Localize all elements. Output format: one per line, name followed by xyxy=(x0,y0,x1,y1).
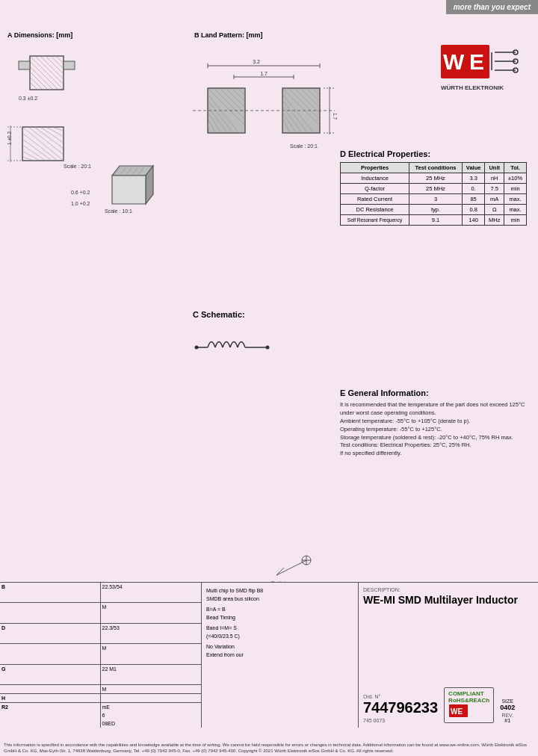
svg-line-97 xyxy=(276,560,306,575)
svg-text:Scale : 10:1: Scale : 10:1 xyxy=(105,208,132,214)
svg-line-19 xyxy=(30,66,53,90)
svg-text:1 ±0.2: 1 ±0.2 xyxy=(7,131,12,145)
rohs-compliant-badge: COMPLIANT RoHS&REACh WE xyxy=(444,687,494,723)
svg-line-14 xyxy=(40,56,64,79)
svg-line-98 xyxy=(276,568,284,575)
we-small-logo: WE xyxy=(448,704,478,719)
svg-text:3.2: 3.2 xyxy=(253,59,260,64)
revision-label: REV. xyxy=(500,713,515,718)
svg-line-31 xyxy=(46,127,64,137)
electrical-properties-table: Properties Test conditions Value Unit To… xyxy=(340,162,527,226)
svg-text:Scale : 20:1: Scale : 20:1 xyxy=(64,164,91,169)
col-value: Value xyxy=(462,163,484,173)
section-d-title: D Electrical Properties: xyxy=(340,149,527,158)
svg-point-95 xyxy=(195,346,199,350)
description-label: DESCRIPTION: xyxy=(363,587,534,592)
schematic-symbol xyxy=(193,325,327,370)
svg-point-96 xyxy=(266,346,270,350)
svg-line-13 xyxy=(35,56,64,84)
col-properties: Properties xyxy=(341,163,409,173)
bottom-notes: Multi chip to SMD flip B8 SMDB area bus … xyxy=(202,583,359,728)
section-a-title: A Dimensions: [mm] xyxy=(7,31,72,39)
svg-line-27 xyxy=(22,127,64,161)
header-tagline: more than you expect xyxy=(446,0,538,14)
svg-line-29 xyxy=(34,127,64,149)
part-number: 744796233 xyxy=(363,699,438,716)
svg-text:1.0 +0.2: 1.0 +0.2 xyxy=(71,201,90,206)
col-unit: Unit xyxy=(485,163,504,173)
section-e: E General Information: It is recommended… xyxy=(340,388,527,458)
svg-line-34 xyxy=(22,139,52,161)
size-label: SIZE xyxy=(500,698,515,704)
col-test-conditions: Test conditions xyxy=(409,163,463,173)
svg-line-28 xyxy=(28,127,64,155)
svg-line-18 xyxy=(30,61,58,90)
svg-line-15 xyxy=(46,56,64,74)
footer-text: This information is specified in accorda… xyxy=(4,743,534,755)
svg-rect-23 xyxy=(19,61,30,69)
bottom-section: B 22.53/54 M D 22.3/53 M G 22 M1 M H R2 … xyxy=(0,582,538,728)
svg-line-33 xyxy=(22,133,58,161)
svg-text:WE: WE xyxy=(451,707,463,716)
svg-line-12 xyxy=(30,56,64,90)
svg-text:1.7: 1.7 xyxy=(260,71,268,76)
svg-line-20 xyxy=(30,72,48,90)
section-e-text: It is recommended that the temperature o… xyxy=(340,401,527,458)
land-pattern-drawing: 3.2 1.7 1.7 Scale : 20:1 xyxy=(193,51,338,290)
table-row: DC Resistance typ. 0.8 Ω max. xyxy=(341,205,527,215)
svg-line-21 xyxy=(30,77,43,90)
svg-text:0.6 +0.2: 0.6 +0.2 xyxy=(71,190,90,195)
svg-text:Scale : 20:1: Scale : 20:1 xyxy=(290,143,318,149)
svg-text:E: E xyxy=(469,49,484,74)
section-c: C Schematic: xyxy=(193,310,338,371)
table-row: Inductance 25 MHz 3.3 nH ±10% xyxy=(341,173,527,184)
section-d: D Electrical Properties: Properties Test… xyxy=(340,149,527,226)
table-row: Self Resonant Frequency 9.1 140 MHz min xyxy=(341,215,527,226)
table-row: Rated Current 3 85 mA max. xyxy=(341,194,527,205)
table-row: Q-factor 25 MHz 0. 7.5 min xyxy=(341,184,527,194)
svg-rect-24 xyxy=(64,61,75,69)
product-name: WE-MI SMD Multilayer Inductor xyxy=(363,594,534,606)
svg-text:1.7: 1.7 xyxy=(333,113,338,120)
svg-line-36 xyxy=(22,151,40,161)
pin-indicator: Pin/dot xyxy=(269,545,344,583)
company-logo: W E WÜRTH ELEKTRONIK xyxy=(430,41,527,102)
svg-text:W: W xyxy=(443,49,465,74)
svg-text:WÜRTH ELEKTRONIK: WÜRTH ELEKTRONIK xyxy=(441,84,504,91)
section-c-title: C Schematic: xyxy=(193,310,338,319)
col-tol: Tol. xyxy=(504,163,527,173)
svg-marker-45 xyxy=(112,176,146,204)
svg-line-16 xyxy=(51,56,64,69)
bottom-left-grid: B 22.53/54 M D 22.3/53 M G 22 M1 M H R2 … xyxy=(0,583,202,728)
bottom-product-info: DESCRIPTION: WE-MI SMD Multilayer Induct… xyxy=(359,583,538,728)
section-b-title: B Land Pattern: [mm] xyxy=(194,31,263,39)
svg-text:0.3 ±0.2: 0.3 ±0.2 xyxy=(19,96,37,101)
section-e-title: E General Information: xyxy=(340,388,527,397)
dimension-drawing-a: 0.3 ±0.2 1 ±0.2 Scale : 20:1 0.6 +0.2 1.… xyxy=(7,45,187,239)
